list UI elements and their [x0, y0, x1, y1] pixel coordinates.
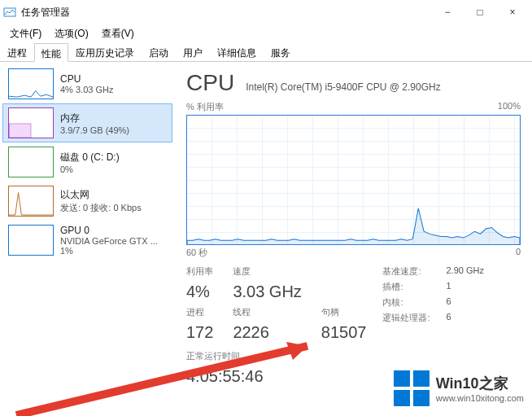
cores-value: 6 [446, 296, 451, 309]
uptime-value: 4:05:55:46 [186, 367, 366, 386]
tab-details[interactable]: 详细信息 [210, 42, 264, 61]
speed-value: 3.03 GHz [233, 282, 301, 301]
minimize-button[interactable]: − [431, 0, 464, 24]
svg-rect-4 [394, 370, 410, 387]
sockets-value: 1 [446, 281, 451, 293]
chart-x-label: 60 秒 [186, 247, 207, 259]
sidebar-gpu-detail: NVIDIA GeForce GTX ... [60, 236, 158, 246]
chart-x-right: 0 [516, 247, 521, 259]
close-button[interactable]: × [496, 0, 529, 24]
speed-label: 速度 [233, 265, 301, 278]
svg-rect-1 [9, 124, 31, 138]
sidebar-memory-detail: 3.9/7.9 GB (49%) [60, 125, 129, 135]
sidebar-ethernet-label: 以太网 [60, 188, 142, 202]
util-value: 4% [186, 282, 213, 301]
sidebar-cpu-detail: 4% 3.03 GHz [60, 85, 113, 94]
handle-value: 81507 [321, 323, 367, 342]
logical-label: 逻辑处理器: [382, 312, 438, 324]
windows-logo-icon [394, 370, 430, 406]
app-icon [3, 6, 16, 19]
gpu-thumbnail [8, 225, 54, 256]
util-label: 利用率 [186, 265, 213, 278]
tab-performance[interactable]: 性能 [34, 43, 68, 62]
memory-thumbnail [8, 107, 54, 138]
disk-thumbnail [8, 147, 54, 177]
svg-rect-6 [394, 390, 410, 406]
chart-y-max: 100% [498, 101, 521, 113]
thread-value: 2226 [233, 323, 301, 342]
sidebar-item-disk[interactable]: 磁盘 0 (C: D:) 0% [3, 143, 172, 181]
sidebar-gpu-label: GPU 0 [60, 225, 158, 236]
handle-label: 句柄 [321, 306, 367, 318]
cpu-usage-chart [186, 115, 521, 245]
menu-file[interactable]: 文件(F) [5, 25, 46, 42]
svg-rect-7 [413, 390, 430, 406]
sidebar-memory-label: 内存 [60, 112, 129, 125]
ethernet-thumbnail [8, 186, 54, 217]
tab-startup[interactable]: 启动 [142, 42, 176, 61]
sidebar-item-gpu[interactable]: GPU 0 NVIDIA GeForce GTX ... 1% [3, 221, 172, 259]
sidebar-cpu-label: CPU [60, 73, 113, 85]
tab-app-history[interactable]: 应用历史记录 [68, 42, 142, 61]
sidebar-item-ethernet[interactable]: 以太网 发送: 0 接收: 0 Kbps [3, 182, 172, 220]
svg-rect-5 [413, 370, 430, 387]
chart-y-label: % 利用率 [186, 101, 224, 113]
sockets-label: 插槽: [382, 281, 438, 293]
sidebar-gpu-extra: 1% [60, 246, 158, 256]
menu-options[interactable]: 选项(O) [50, 25, 93, 42]
sidebar-disk-label: 磁盘 0 (C: D:) [60, 151, 120, 164]
proc-label: 进程 [186, 306, 213, 318]
tab-processes[interactable]: 进程 [0, 42, 34, 61]
sidebar-item-cpu[interactable]: CPU 4% 3.03 GHz [3, 65, 172, 103]
base-speed-label: 基准速度: [382, 265, 438, 278]
thread-label: 线程 [233, 306, 301, 318]
tab-users[interactable]: 用户 [176, 42, 210, 61]
sidebar-disk-detail: 0% [60, 164, 120, 174]
proc-value: 172 [186, 323, 213, 342]
uptime-label: 正常运行时间 [186, 350, 366, 362]
menu-bar: 文件(F) 选项(O) 查看(V) [0, 24, 532, 42]
tab-strip: 进程 性能 应用历史记录 启动 用户 详细信息 服务 [0, 42, 532, 62]
cpu-title: CPU [186, 70, 234, 96]
base-speed-value: 2.90 GHz [446, 265, 483, 278]
logical-value: 6 [446, 312, 451, 324]
maximize-button[interactable]: □ [464, 0, 496, 24]
cpu-thumbnail [8, 68, 54, 99]
watermark: Win10之家 www.win10xitong.com [394, 370, 524, 406]
performance-sidebar: CPU 4% 3.03 GHz 内存 3.9/7.9 GB (49%) 磁盘 0… [0, 62, 175, 416]
cpu-detail-panel: CPU Intel(R) Core(TM) i5-9400F CPU @ 2.9… [175, 62, 532, 416]
tab-services[interactable]: 服务 [264, 42, 298, 61]
sidebar-ethernet-detail: 发送: 0 接收: 0 Kbps [60, 202, 142, 214]
title-bar: 任务管理器 − □ × [0, 0, 532, 24]
svg-rect-0 [4, 8, 15, 16]
sidebar-item-memory[interactable]: 内存 3.9/7.9 GB (49%) [3, 104, 172, 142]
watermark-brand: Win10之家 [436, 374, 524, 393]
watermark-url: www.win10xitong.com [436, 393, 524, 403]
menu-view[interactable]: 查看(V) [97, 25, 139, 42]
window-title: 任务管理器 [21, 6, 431, 20]
cores-label: 内核: [382, 296, 438, 309]
cpu-model: Intel(R) Core(TM) i5-9400F CPU @ 2.90GHz [246, 81, 441, 93]
